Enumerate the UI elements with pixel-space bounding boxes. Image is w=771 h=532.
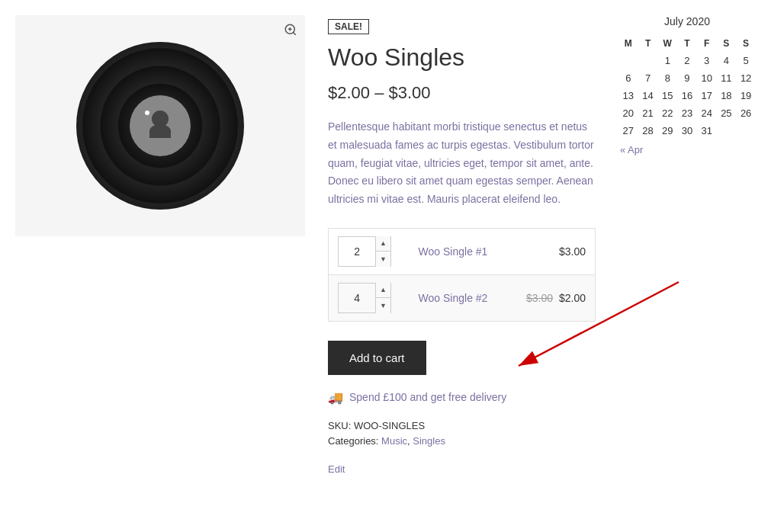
calendar-day: 27 — [618, 122, 638, 139]
variation-price-1: $3.00 — [507, 228, 595, 274]
truck-icon: 🚚 — [328, 390, 343, 405]
sku-label: SKU: — [328, 420, 351, 431]
qty-spinners-2[interactable]: ▲ ▼ — [375, 283, 390, 313]
categories-label: Categories: — [328, 435, 378, 447]
add-to-cart-button[interactable]: Add to cart — [328, 341, 426, 375]
calendar-day: 26 — [736, 104, 756, 122]
calendar-day: 9 — [677, 69, 697, 87]
product-image-area — [15, 15, 305, 475]
variation-price-new-2: $2.00 — [559, 292, 586, 304]
variation-name-1: Woo Single #1 — [410, 228, 508, 274]
calendar-day: 17 — [697, 87, 717, 104]
vinyl-label — [130, 95, 191, 156]
dow-t2: T — [677, 35, 697, 52]
variation-row-1: 2 ▲ ▼ Woo Single #1 $3.00 — [329, 228, 596, 274]
variation-price-old-2: $3.00 — [526, 292, 553, 304]
calendar-day: 8 — [657, 69, 677, 87]
dow-s1: S — [717, 35, 737, 52]
qty-input-1[interactable]: 2 ▲ ▼ — [338, 236, 391, 267]
delivery-info: 🚚 Spend £100 and get free delivery — [328, 390, 596, 405]
calendar-table: M T W T F S S 12345678910111213141516171… — [618, 35, 756, 139]
dow-t1: T — [638, 35, 658, 52]
variation-price-value-1: $3.00 — [559, 245, 586, 258]
calendar-day: 10 — [697, 69, 717, 87]
dow-s2: S — [736, 35, 756, 52]
dow-w: W — [657, 35, 677, 52]
variation-row-2: 4 ▲ ▼ Woo Single #2 $3.00 $2.00 — [329, 274, 596, 321]
product-image-container — [15, 15, 305, 236]
calendar-day: 20 — [618, 104, 638, 122]
qty-down-1[interactable]: ▼ — [376, 252, 390, 267]
product-title: Woo Singles — [328, 43, 596, 72]
product-sku: SKU: WOO-SINGLES — [328, 420, 596, 431]
calendar-day: 12 — [736, 69, 756, 87]
calendar-sidebar: July 2020 M T W T F S S 1234567891011121… — [618, 15, 756, 475]
calendar-day: 22 — [657, 104, 677, 122]
product-categories: Categories: Music, Singles — [328, 435, 596, 447]
calendar-week: 13141516171819 — [618, 87, 756, 104]
calendar-title: July 2020 — [618, 15, 756, 27]
calendar-day: 5 — [736, 52, 756, 69]
calendar-day: 28 — [638, 122, 658, 139]
qty-value-1: 2 — [339, 245, 375, 258]
calendar-week: 12345 — [618, 52, 756, 69]
qty-up-2[interactable]: ▲ — [376, 283, 390, 299]
calendar-day — [717, 122, 737, 139]
calendar-day: 3 — [697, 52, 717, 69]
qty-down-2[interactable]: ▼ — [376, 298, 390, 313]
calendar-day: 14 — [638, 87, 658, 104]
calendar-day: 29 — [657, 122, 677, 139]
prev-month-link[interactable]: « Apr — [620, 144, 643, 155]
calendar: July 2020 M T W T F S S 1234567891011121… — [618, 15, 756, 160]
calendar-day: 30 — [677, 122, 697, 139]
calendar-day — [638, 52, 658, 69]
calendar-day: 25 — [717, 104, 737, 122]
calendar-day: 1 — [657, 52, 677, 69]
calendar-day: 31 — [697, 122, 717, 139]
calendar-nav: « Apr — [618, 139, 756, 160]
calendar-day — [618, 52, 638, 69]
calendar-day: 18 — [717, 87, 737, 104]
variations-table: 2 ▲ ▼ Woo Single #1 $3.00 — [328, 228, 596, 322]
delivery-text: Spend £100 and get free delivery — [349, 391, 506, 403]
calendar-week: 2728293031 — [618, 122, 756, 139]
sku-value: WOO-SINGLES — [354, 420, 425, 431]
calendar-day: 2 — [677, 52, 697, 69]
qty-value-2: 4 — [339, 292, 375, 304]
calendar-day: 11 — [717, 69, 737, 87]
product-description: Pellentesque habitant morbi tristique se… — [328, 118, 596, 209]
calendar-week: 6789101112 — [618, 69, 756, 87]
calendar-day: 15 — [657, 87, 677, 104]
dow-m: M — [618, 35, 638, 52]
calendar-day: 24 — [697, 104, 717, 122]
vinyl-center-dot — [145, 111, 149, 115]
calendar-day: 6 — [618, 69, 638, 87]
calendar-day — [736, 122, 756, 139]
variation-name-2: Woo Single #2 — [410, 274, 508, 321]
qty-spinners-1[interactable]: ▲ ▼ — [375, 236, 390, 267]
qty-up-1[interactable]: ▲ — [376, 236, 390, 252]
calendar-day: 19 — [736, 87, 756, 104]
category-singles[interactable]: Singles — [413, 435, 445, 447]
qty-input-2[interactable]: 4 ▲ ▼ — [338, 283, 391, 313]
calendar-day: 4 — [717, 52, 737, 69]
variation-price-2: $3.00 $2.00 — [507, 274, 595, 321]
calendar-day: 23 — [677, 104, 697, 122]
product-details: SALE! Woo Singles $2.00 – $3.00 Pellente… — [328, 15, 596, 475]
dow-f: F — [697, 35, 717, 52]
category-music[interactable]: Music — [381, 435, 407, 447]
zoom-icon[interactable] — [284, 23, 297, 40]
calendar-day: 13 — [618, 87, 638, 104]
edit-link[interactable]: Edit — [328, 463, 345, 475]
calendar-week: 20212223242526 — [618, 104, 756, 122]
calendar-day: 16 — [677, 87, 697, 104]
calendar-day: 7 — [638, 69, 658, 87]
calendar-day: 21 — [638, 104, 658, 122]
sale-badge: SALE! — [328, 19, 369, 34]
product-image — [76, 42, 244, 210]
svg-line-1 — [293, 32, 295, 34]
vinyl-figure — [145, 111, 175, 141]
product-price: $2.00 – $3.00 — [328, 83, 596, 103]
